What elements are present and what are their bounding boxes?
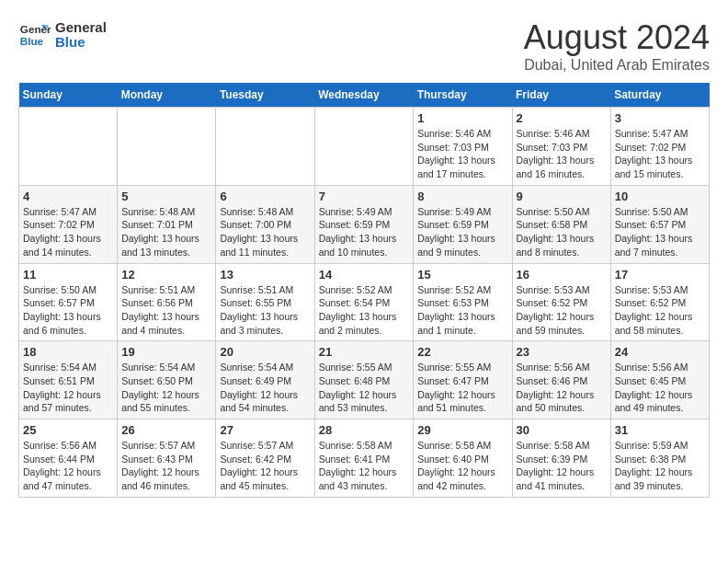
day-number: 24 (615, 345, 705, 359)
calendar-body: 1Sunrise: 5:46 AMSunset: 7:03 PMDaylight… (19, 108, 710, 498)
calendar-cell: 15Sunrise: 5:52 AMSunset: 6:53 PMDayligh… (414, 263, 512, 341)
day-number: 21 (319, 345, 410, 359)
header-cell-sunday: Sunday (19, 83, 118, 108)
svg-text:Blue: Blue (20, 35, 44, 47)
day-info: Sunrise: 5:58 AMSunset: 6:41 PMDaylight:… (319, 439, 410, 493)
header-cell-tuesday: Tuesday (216, 83, 314, 108)
day-info: Sunrise: 5:48 AMSunset: 7:00 PMDaylight:… (220, 205, 310, 259)
header-cell-thursday: Thursday (414, 83, 512, 108)
day-number: 3 (615, 111, 705, 125)
calendar-cell: 13Sunrise: 5:51 AMSunset: 6:55 PMDayligh… (216, 263, 314, 341)
day-number: 6 (220, 190, 310, 203)
day-number: 10 (615, 190, 705, 203)
calendar-cell: 11Sunrise: 5:50 AMSunset: 6:57 PMDayligh… (19, 263, 118, 341)
calendar-header: SundayMondayTuesdayWednesdayThursdayFrid… (19, 83, 710, 108)
day-number: 14 (319, 268, 410, 282)
day-info: Sunrise: 5:56 AMSunset: 6:44 PMDaylight:… (23, 439, 113, 493)
header: General Blue General Blue August 2024 Du… (18, 18, 710, 74)
day-info: Sunrise: 5:51 AMSunset: 6:55 PMDaylight:… (220, 283, 310, 338)
header-cell-saturday: Saturday (610, 83, 709, 108)
day-info: Sunrise: 5:49 AMSunset: 6:59 PMDaylight:… (417, 205, 507, 259)
calendar-cell: 22Sunrise: 5:55 AMSunset: 6:47 PMDayligh… (414, 341, 512, 419)
day-number: 15 (417, 268, 507, 282)
logo-line2: Blue (55, 35, 107, 51)
calendar-cell: 18Sunrise: 5:54 AMSunset: 6:51 PMDayligh… (19, 341, 118, 419)
calendar-week-1: 1Sunrise: 5:46 AMSunset: 7:03 PMDaylight… (19, 108, 710, 186)
calendar-cell (19, 108, 118, 186)
calendar-cell (216, 108, 314, 186)
header-cell-monday: Monday (118, 83, 216, 108)
day-number: 23 (517, 345, 607, 359)
calendar-cell: 14Sunrise: 5:52 AMSunset: 6:54 PMDayligh… (314, 263, 414, 341)
day-number: 19 (121, 345, 211, 359)
calendar-cell: 2Sunrise: 5:46 AMSunset: 7:03 PMDaylight… (512, 108, 610, 186)
day-info: Sunrise: 5:57 AMSunset: 6:43 PMDaylight:… (121, 439, 211, 493)
day-number: 31 (615, 423, 705, 437)
logo-line1: General (55, 20, 107, 36)
calendar-cell: 4Sunrise: 5:47 AMSunset: 7:02 PMDaylight… (19, 185, 118, 263)
calendar-cell: 19Sunrise: 5:54 AMSunset: 6:50 PMDayligh… (118, 341, 216, 419)
day-number: 29 (417, 423, 507, 437)
day-info: Sunrise: 5:50 AMSunset: 6:57 PMDaylight:… (615, 205, 705, 259)
calendar-cell: 17Sunrise: 5:53 AMSunset: 6:52 PMDayligh… (610, 263, 709, 341)
day-info: Sunrise: 5:54 AMSunset: 6:50 PMDaylight:… (121, 361, 211, 415)
calendar-cell: 6Sunrise: 5:48 AMSunset: 7:00 PMDaylight… (216, 185, 314, 263)
day-number: 13 (220, 268, 310, 282)
header-cell-friday: Friday (512, 83, 610, 108)
calendar-cell: 16Sunrise: 5:53 AMSunset: 6:52 PMDayligh… (512, 263, 610, 341)
sub-title: Dubai, United Arab Emirates (524, 57, 710, 74)
header-row: SundayMondayTuesdayWednesdayThursdayFrid… (19, 83, 710, 108)
day-info: Sunrise: 5:51 AMSunset: 6:56 PMDaylight:… (121, 283, 211, 338)
day-info: Sunrise: 5:53 AMSunset: 6:52 PMDaylight:… (615, 283, 705, 338)
calendar-cell: 25Sunrise: 5:56 AMSunset: 6:44 PMDayligh… (19, 419, 118, 498)
calendar-cell: 29Sunrise: 5:58 AMSunset: 6:40 PMDayligh… (414, 419, 512, 498)
calendar-cell: 21Sunrise: 5:55 AMSunset: 6:48 PMDayligh… (314, 341, 414, 419)
calendar-cell: 26Sunrise: 5:57 AMSunset: 6:43 PMDayligh… (118, 419, 216, 498)
day-number: 2 (517, 111, 607, 125)
day-number: 30 (517, 423, 607, 437)
day-number: 20 (220, 345, 310, 359)
day-info: Sunrise: 5:50 AMSunset: 6:57 PMDaylight:… (23, 283, 113, 338)
calendar-cell: 31Sunrise: 5:59 AMSunset: 6:38 PMDayligh… (610, 419, 709, 498)
calendar-table: SundayMondayTuesdayWednesdayThursdayFrid… (18, 83, 710, 498)
day-number: 22 (417, 345, 507, 359)
title-area: August 2024 Dubai, United Arab Emirates (524, 18, 710, 74)
calendar-cell: 3Sunrise: 5:47 AMSunset: 7:02 PMDaylight… (610, 108, 709, 186)
calendar-cell: 27Sunrise: 5:57 AMSunset: 6:42 PMDayligh… (216, 419, 314, 498)
day-info: Sunrise: 5:59 AMSunset: 6:38 PMDaylight:… (615, 439, 705, 493)
day-number: 18 (23, 345, 113, 359)
day-number: 17 (615, 268, 705, 282)
day-info: Sunrise: 5:49 AMSunset: 6:59 PMDaylight:… (319, 205, 410, 259)
day-number: 12 (121, 268, 211, 282)
day-info: Sunrise: 5:54 AMSunset: 6:51 PMDaylight:… (23, 361, 113, 415)
day-info: Sunrise: 5:46 AMSunset: 7:03 PMDaylight:… (417, 127, 507, 181)
day-info: Sunrise: 5:52 AMSunset: 6:53 PMDaylight:… (417, 283, 507, 338)
logo: General Blue General Blue (18, 18, 107, 52)
calendar-cell: 20Sunrise: 5:54 AMSunset: 6:49 PMDayligh… (216, 341, 314, 419)
calendar-cell: 23Sunrise: 5:56 AMSunset: 6:46 PMDayligh… (512, 341, 610, 419)
day-info: Sunrise: 5:47 AMSunset: 7:02 PMDaylight:… (615, 127, 705, 181)
calendar-cell (118, 108, 216, 186)
day-number: 26 (121, 423, 211, 437)
calendar-cell: 8Sunrise: 5:49 AMSunset: 6:59 PMDaylight… (414, 185, 512, 263)
calendar-cell: 28Sunrise: 5:58 AMSunset: 6:41 PMDayligh… (314, 419, 414, 498)
day-info: Sunrise: 5:58 AMSunset: 6:39 PMDaylight:… (517, 439, 607, 493)
day-info: Sunrise: 5:46 AMSunset: 7:03 PMDaylight:… (517, 127, 607, 181)
day-info: Sunrise: 5:48 AMSunset: 7:01 PMDaylight:… (121, 205, 211, 259)
day-info: Sunrise: 5:56 AMSunset: 6:45 PMDaylight:… (615, 361, 705, 415)
calendar-cell: 7Sunrise: 5:49 AMSunset: 6:59 PMDaylight… (314, 185, 414, 263)
day-number: 9 (517, 190, 607, 203)
day-info: Sunrise: 5:57 AMSunset: 6:42 PMDaylight:… (220, 439, 310, 493)
calendar-cell: 5Sunrise: 5:48 AMSunset: 7:01 PMDaylight… (118, 185, 216, 263)
day-info: Sunrise: 5:47 AMSunset: 7:02 PMDaylight:… (23, 205, 113, 259)
day-info: Sunrise: 5:52 AMSunset: 6:54 PMDaylight:… (319, 283, 410, 338)
calendar-cell: 12Sunrise: 5:51 AMSunset: 6:56 PMDayligh… (118, 263, 216, 341)
day-number: 11 (23, 268, 113, 282)
header-cell-wednesday: Wednesday (314, 83, 414, 108)
calendar-week-5: 25Sunrise: 5:56 AMSunset: 6:44 PMDayligh… (19, 419, 710, 498)
day-number: 16 (517, 268, 607, 282)
calendar-week-3: 11Sunrise: 5:50 AMSunset: 6:57 PMDayligh… (19, 263, 710, 341)
calendar-cell: 1Sunrise: 5:46 AMSunset: 7:03 PMDaylight… (414, 108, 512, 186)
day-info: Sunrise: 5:56 AMSunset: 6:46 PMDaylight:… (517, 361, 607, 415)
day-info: Sunrise: 5:53 AMSunset: 6:52 PMDaylight:… (517, 283, 607, 338)
